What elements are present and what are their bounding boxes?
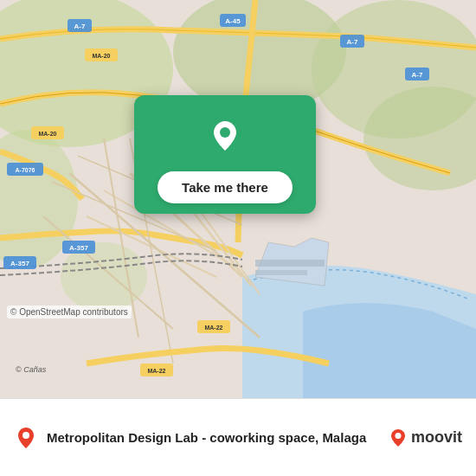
svg-text:A-7: A-7 <box>412 71 423 79</box>
location-name-text: Metropolitan Design Lab - coworking spac… <box>47 429 380 447</box>
svg-text:A-45: A-45 <box>225 17 241 25</box>
svg-rect-8 <box>255 270 307 275</box>
svg-text:MA-20: MA-20 <box>38 131 56 137</box>
svg-text:A-357: A-357 <box>69 244 88 252</box>
popup-card: Take me there <box>134 95 316 214</box>
svg-text:MA-20: MA-20 <box>92 53 110 59</box>
svg-text:A-7076: A-7076 <box>16 167 35 173</box>
bottom-bar: Metropolitan Design Lab - coworking spac… <box>0 398 476 476</box>
svg-text:A-357: A-357 <box>10 260 29 267</box>
svg-text:MA-22: MA-22 <box>204 325 222 331</box>
svg-text:A-7: A-7 <box>347 38 358 46</box>
svg-text:© Cañas: © Cañas <box>16 365 47 374</box>
svg-rect-7 <box>255 260 325 267</box>
svg-text:MA-22: MA-22 <box>147 368 165 374</box>
svg-text:A-7: A-7 <box>74 23 86 30</box>
moovit-logo: moovit <box>389 428 462 447</box>
svg-point-45 <box>23 432 29 439</box>
moovit-pin-icon <box>389 428 408 447</box>
svg-point-46 <box>395 433 401 439</box>
bottom-location-pin-icon <box>14 426 38 450</box>
location-pin-icon <box>202 113 248 159</box>
moovit-label: moovit <box>411 428 462 447</box>
attribution-text: © OpenStreetMap contributors <box>7 306 132 318</box>
take-me-there-button[interactable]: Take me there <box>158 171 293 203</box>
svg-point-44 <box>220 127 230 138</box>
map-container: A-7 A-45 A-7 A-7 MA-20 MA-20 A-7076 A-35… <box>0 0 476 398</box>
